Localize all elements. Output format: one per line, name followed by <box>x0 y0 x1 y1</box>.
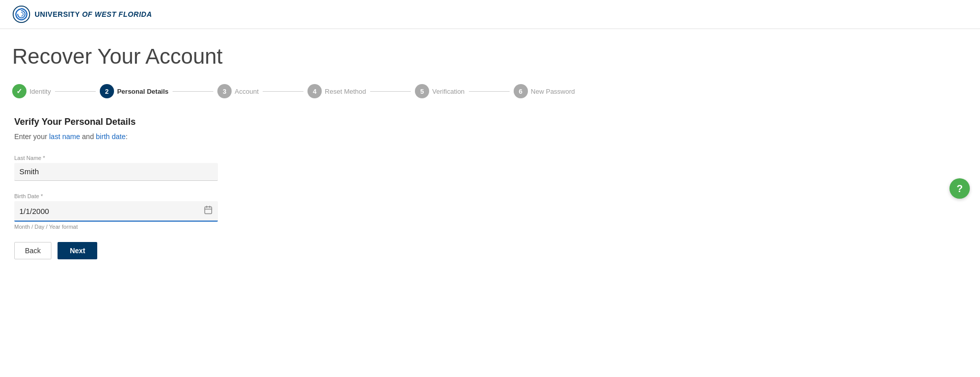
step-reset-method: 4 Reset Method <box>307 84 366 98</box>
header: UNIVERSITY of WEST FLORIDA <box>0 0 980 29</box>
last-name-input[interactable] <box>19 167 213 176</box>
step-connector-3 <box>263 91 303 92</box>
step-verification: 5 Verification <box>415 84 465 98</box>
step-number-5: 5 <box>420 88 424 95</box>
step-identity: ✓ Identity <box>12 84 51 98</box>
birth-date-label: Birth Date * <box>14 193 218 199</box>
birth-date-highlight: birth date <box>96 132 125 141</box>
svg-rect-1 <box>205 207 212 214</box>
step-personal-details: 2 Personal Details <box>100 84 169 98</box>
step-label-identity: Identity <box>30 88 51 95</box>
last-name-input-wrap <box>14 163 218 181</box>
step-number-2: 2 <box>105 88 108 95</box>
step-circle-6: 6 <box>514 84 528 98</box>
step-label-reset-method: Reset Method <box>325 88 366 95</box>
next-button[interactable]: Next <box>58 242 97 259</box>
birth-date-input-wrap <box>14 201 218 222</box>
step-connector-2 <box>173 91 213 92</box>
calendar-icon[interactable] <box>204 205 213 217</box>
back-button[interactable]: Back <box>14 242 51 259</box>
uwf-logo-icon <box>12 5 31 23</box>
step-label-verification: Verification <box>432 88 465 95</box>
step-circle-1: ✓ <box>12 84 26 98</box>
step-number-4: 4 <box>313 88 316 95</box>
step-circle-3: 3 <box>217 84 232 98</box>
step-label-new-password: New Password <box>531 88 575 95</box>
birth-date-hint: Month / Day / Year format <box>14 224 218 230</box>
birth-date-input[interactable] <box>19 207 204 216</box>
check-icon: ✓ <box>16 88 22 95</box>
step-number-3: 3 <box>222 88 226 95</box>
logo-text: UNIVERSITY of WEST FLORIDA <box>35 10 152 18</box>
step-number-6: 6 <box>519 88 522 95</box>
step-connector-4 <box>370 91 411 92</box>
step-connector-5 <box>469 91 510 92</box>
last-name-field-group: Last Name * <box>14 155 218 181</box>
main-content: Recover Your Account ✓ Identity 2 Person… <box>0 29 611 275</box>
step-label-account: Account <box>235 88 259 95</box>
step-label-personal-details: Personal Details <box>117 88 169 95</box>
step-connector-1 <box>55 91 96 92</box>
step-account: 3 Account <box>217 84 259 98</box>
stepper: ✓ Identity 2 Personal Details 3 Account … <box>12 84 599 98</box>
page-title: Recover Your Account <box>12 44 599 69</box>
step-new-password: 6 New Password <box>514 84 575 98</box>
help-button[interactable]: ? <box>949 178 970 199</box>
step-circle-2: 2 <box>100 84 114 98</box>
button-row: Back Next <box>14 242 597 259</box>
logo-area: UNIVERSITY of WEST FLORIDA <box>12 5 152 23</box>
birth-date-field-group: Birth Date * Month / Day / Year format <box>14 193 218 230</box>
step-circle-4: 4 <box>307 84 322 98</box>
last-name-label: Last Name * <box>14 155 218 161</box>
form-section: Verify Your Personal Details Enter your … <box>12 117 599 259</box>
last-name-highlight: last name <box>49 132 80 141</box>
form-instruction: Enter your last name and birth date: <box>14 132 597 141</box>
step-circle-5: 5 <box>415 84 429 98</box>
form-title: Verify Your Personal Details <box>14 117 597 127</box>
